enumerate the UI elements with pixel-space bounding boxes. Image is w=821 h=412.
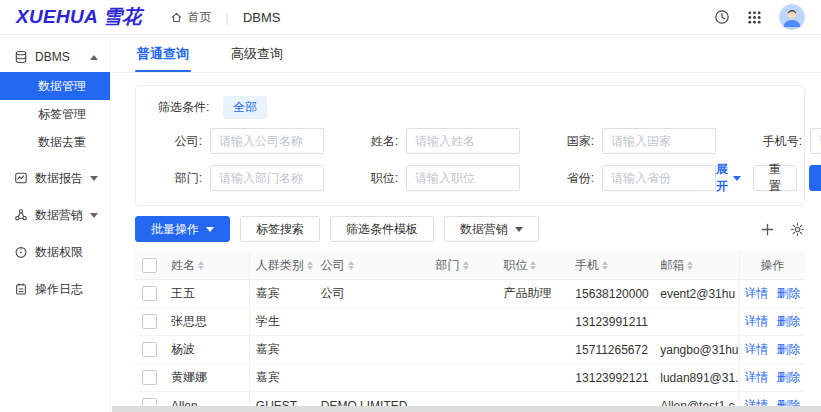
filter-row-1: 公司: 姓名: 国家: 手机号:	[144, 128, 792, 154]
chevron-down-icon	[90, 213, 98, 218]
user-avatar[interactable]	[779, 4, 805, 30]
chevron-down-icon	[90, 176, 98, 181]
tab-normal-query[interactable]: 普通查询	[137, 35, 189, 72]
name-input[interactable]	[406, 128, 520, 154]
country-label: 国家:	[550, 133, 594, 150]
column-header-actions: 操作	[761, 257, 785, 274]
expand-label: 展开	[716, 161, 728, 195]
sidebar-item-label: 标签管理	[38, 106, 86, 123]
header-actions	[714, 4, 805, 30]
main-content: 普通查询 高级查询 筛选条件: 全部 公司: 姓名: 国家: 手机号	[112, 35, 821, 412]
delete-link[interactable]: 删除	[777, 285, 801, 302]
department-input[interactable]	[210, 165, 324, 191]
column-header-position: 职位	[503, 257, 527, 274]
filter-template-button[interactable]: 筛选条件模板	[330, 216, 434, 242]
country-input[interactable]	[602, 128, 716, 154]
sort-icon[interactable]	[348, 261, 354, 270]
delete-link[interactable]: 删除	[777, 313, 801, 330]
sort-icon[interactable]	[530, 261, 536, 270]
tab-advanced-query[interactable]: 高级查询	[231, 35, 283, 72]
breadcrumb: DBMS	[243, 10, 281, 25]
row-checkbox[interactable]	[142, 314, 157, 329]
sidebar-item-tag-management[interactable]: 标签管理	[0, 100, 110, 128]
cell-category: 嘉宾	[250, 336, 315, 363]
cell-name: 王五	[165, 280, 250, 307]
position-input[interactable]	[406, 165, 520, 191]
row-checkbox[interactable]	[142, 342, 157, 357]
table-row: 杨波 嘉宾 15711265672 yangbo@31hu 详情 删除	[135, 336, 805, 364]
column-header-company: 公司	[321, 257, 345, 274]
province-input[interactable]	[602, 165, 716, 191]
sidebar-item-operation-log[interactable]: 操作日志	[0, 274, 110, 304]
cell-name: 张思思	[165, 308, 250, 335]
field-department: 部门:	[144, 165, 324, 191]
sidebar-item-label: 数据管理	[38, 78, 86, 95]
sort-icon[interactable]	[198, 261, 204, 270]
row-checkbox[interactable]	[142, 286, 157, 301]
sidebar-item-data-report[interactable]: 数据报告	[0, 163, 110, 193]
cell-position	[489, 336, 569, 363]
sidebar-item-label: 数据权限	[35, 244, 98, 261]
gear-icon[interactable]	[790, 222, 805, 237]
add-icon[interactable]	[760, 222, 775, 237]
cell-category: 学生	[250, 308, 315, 335]
field-company: 公司:	[144, 128, 324, 154]
log-icon	[14, 282, 28, 296]
expand-link[interactable]: 展开	[716, 161, 741, 195]
field-phone: 手机号:	[716, 128, 821, 154]
delete-link[interactable]: 删除	[777, 341, 801, 358]
tag-search-button[interactable]: 标签搜索	[240, 216, 320, 242]
cell-department	[430, 336, 490, 363]
nav-home[interactable]: 首页	[170, 9, 212, 26]
filter-condition-all-tag[interactable]: 全部	[223, 96, 267, 119]
cell-email: yangbo@31hu	[654, 336, 739, 363]
cell-name: 黄娜娜	[165, 364, 250, 391]
sidebar-item-data-marketing[interactable]: 数据营销	[0, 200, 110, 230]
cell-company	[315, 336, 430, 363]
sort-icon[interactable]	[602, 261, 608, 270]
phone-label: 手机号:	[746, 133, 802, 150]
detail-link[interactable]: 详情	[745, 341, 769, 358]
delete-link[interactable]: 删除	[777, 369, 801, 386]
brand-logo: XUEHUA 雪花	[16, 4, 142, 30]
apps-grid-icon[interactable]	[747, 10, 762, 25]
cell-category: 嘉宾	[250, 280, 315, 307]
cell-email: event2@31hu	[654, 280, 739, 307]
company-input[interactable]	[210, 128, 324, 154]
cell-category: 嘉宾	[250, 364, 315, 391]
cell-position: 产品助理	[489, 280, 569, 307]
sidebar-item-label: 操作日志	[35, 281, 98, 298]
select-all-checkbox[interactable]	[142, 258, 157, 273]
row-checkbox[interactable]	[142, 370, 157, 385]
table-toolbar: 批量操作 标签搜索 筛选条件模板 数据营销	[135, 216, 805, 242]
filter-condition-label: 筛选条件:	[158, 99, 209, 116]
data-marketing-button[interactable]: 数据营销	[444, 216, 539, 242]
sort-icon[interactable]	[307, 261, 313, 270]
batch-operation-button[interactable]: 批量操作	[135, 216, 230, 242]
clock-icon[interactable]	[714, 9, 730, 25]
table-row: 王五 嘉宾 公司 产品助理 15638120000 event2@31hu 详情…	[135, 280, 805, 308]
sidebar-item-data-permission[interactable]: 数据权限	[0, 237, 110, 267]
sidebar-item-data-dedup[interactable]: 数据去重	[0, 128, 110, 156]
table-row: 张思思 学生 13123991211 详情 删除	[135, 308, 805, 336]
sort-icon[interactable]	[463, 261, 469, 270]
contacts-table: 姓名 人群类别 公司 部门 职位 手机	[135, 251, 805, 412]
tab-label: 高级查询	[231, 45, 283, 63]
column-header-category: 人群类别	[256, 257, 304, 274]
horizontal-scrollbar[interactable]	[112, 406, 821, 412]
reset-button[interactable]: 重置	[753, 165, 797, 191]
column-header-phone: 手机	[575, 257, 599, 274]
search-button[interactable]: 查询	[809, 165, 821, 191]
detail-link[interactable]: 详情	[745, 285, 769, 302]
marketing-icon	[14, 208, 28, 222]
sort-icon[interactable]	[687, 261, 693, 270]
cell-name: 杨波	[165, 336, 250, 363]
detail-link[interactable]: 详情	[745, 369, 769, 386]
home-icon	[170, 11, 183, 24]
sidebar-item-data-management[interactable]: 数据管理	[0, 72, 110, 100]
chevron-down-icon	[515, 227, 523, 232]
detail-link[interactable]: 详情	[745, 313, 769, 330]
sidebar: DBMS 数据管理 标签管理 数据去重 数据报告 数据营销 数据权限 操作日志	[0, 35, 111, 412]
phone-input[interactable]	[810, 128, 821, 154]
sidebar-item-dbms[interactable]: DBMS	[0, 42, 110, 72]
